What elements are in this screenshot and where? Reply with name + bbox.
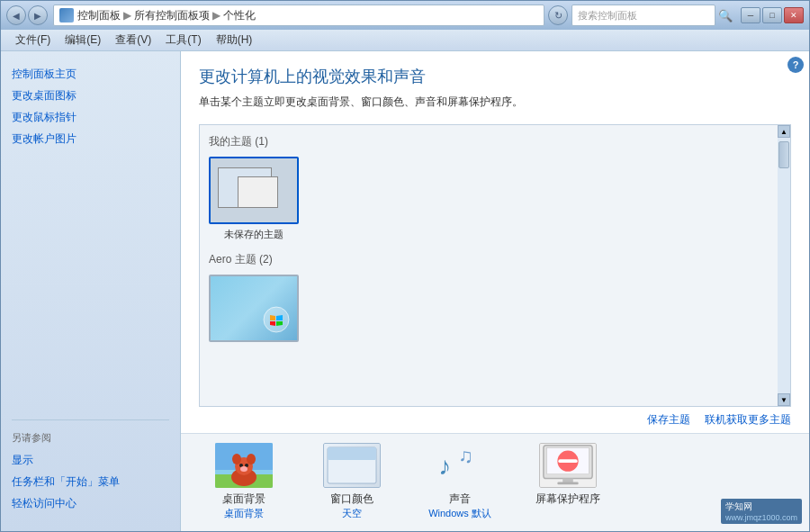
forward-button[interactable]: ▶	[28, 5, 48, 25]
menubar: 文件(F) 编辑(E) 查看(V) 工具(T) 帮助(H)	[1, 30, 809, 51]
watermark-line1: 学知网	[725, 500, 797, 513]
nav-buttons: ◀ ▶	[6, 5, 48, 25]
sidebar-item-account-picture[interactable]: 更改帐户图片	[12, 131, 169, 147]
sidebar-item-desktop-icons[interactable]: 更改桌面图标	[12, 87, 169, 104]
menu-view[interactable]: 查看(V)	[108, 31, 158, 50]
sound-label: 声音	[449, 491, 471, 507]
address-part-3: 个性化	[223, 8, 256, 23]
unsaved-theme-name: 未保存的主题	[224, 228, 284, 241]
thumb-window-2	[238, 176, 278, 208]
online-themes-link[interactable]: 联机获取更多主题	[705, 412, 791, 428]
save-theme-link[interactable]: 保存主题	[647, 412, 690, 428]
sound-preview: ♪ ♫	[431, 443, 489, 488]
theme-scroll-inner: 我的主题 (1) 未保存的主题	[200, 125, 790, 406]
menu-tools[interactable]: 工具(T)	[158, 31, 208, 50]
theme-actions: 保存主题 联机获取更多主题	[181, 407, 809, 433]
desktop-bg-sublabel: 桌面背景	[224, 507, 264, 520]
main-content: 控制面板主页 更改桌面图标 更改鼠标指针 更改帐户图片 另请参阅 显示 任务栏和…	[1, 51, 809, 531]
maximize-button[interactable]: □	[762, 7, 782, 23]
minimize-button[interactable]: ─	[741, 7, 760, 23]
help-button[interactable]: ?	[788, 57, 804, 73]
window-color-svg	[324, 444, 380, 487]
sound-svg: ♪ ♫	[431, 443, 489, 488]
scroll-up-arrow[interactable]: ▲	[778, 125, 790, 138]
menu-edit[interactable]: 编辑(E)	[58, 31, 108, 50]
window-controls: ─ □ ✕	[741, 7, 804, 23]
customize-row: 桌面背景 桌面背景	[181, 433, 809, 531]
sidebar: 控制面板主页 更改桌面图标 更改鼠标指针 更改帐户图片 另请参阅 显示 任务栏和…	[1, 51, 181, 531]
sidebar-item-home[interactable]: 控制面板主页	[12, 66, 169, 82]
svg-text:♫: ♫	[458, 445, 473, 467]
also-see-title: 另请参阅	[12, 419, 169, 445]
content-description: 单击某个主题立即更改桌面背景、窗口颜色、声音和屏幕保护程序。	[199, 95, 791, 110]
sidebar-item-display[interactable]: 显示	[12, 452, 169, 468]
close-button[interactable]: ✕	[784, 7, 804, 23]
window-color-label: 窗口颜色	[330, 491, 374, 507]
my-theme-label: 我的主题 (1)	[209, 134, 781, 149]
back-button[interactable]: ◀	[6, 5, 26, 25]
search-icon[interactable]: 🔍	[716, 5, 735, 25]
watermark-line2: www.jmqz1000.com	[725, 513, 797, 522]
search-placeholder: 搜索控制面板	[578, 9, 637, 23]
cat-icon	[215, 443, 273, 488]
customize-screensaver[interactable]: 屏幕保护程序	[523, 443, 613, 520]
svg-text:♪: ♪	[438, 452, 451, 480]
content-area: ? 更改计算机上的视觉效果和声音 单击某个主题立即更改桌面背景、窗口颜色、声音和…	[181, 51, 809, 531]
svg-rect-13	[328, 447, 376, 460]
desktop-bg-icon	[215, 443, 273, 488]
window-color-sublabel: 天空	[342, 507, 362, 520]
sidebar-item-taskbar[interactable]: 任务栏和「开始」菜单	[12, 473, 169, 490]
my-theme-grid: 未保存的主题	[209, 157, 781, 241]
svg-point-10	[240, 466, 248, 472]
customize-sound[interactable]: ♪ ♫ 声音 Windows 默认	[415, 443, 505, 520]
theme-scroll-area[interactable]: 我的主题 (1) 未保存的主题	[199, 124, 791, 407]
screensaver-label: 屏幕保护程序	[536, 491, 600, 507]
aero-theme-grid	[209, 275, 781, 342]
sidebar-item-accessibility[interactable]: 轻松访问中心	[12, 495, 169, 511]
refresh-button[interactable]: ↻	[548, 5, 568, 25]
scroll-thumb[interactable]	[778, 141, 789, 168]
address-bar[interactable]: 控制面板 ▶ 所有控制面板项 ▶ 个性化	[53, 5, 544, 26]
svg-point-7	[247, 454, 256, 464]
customize-desktop-bg[interactable]: 桌面背景 桌面背景	[199, 443, 289, 520]
address-part-1: 控制面板	[77, 8, 121, 23]
menu-help[interactable]: 帮助(H)	[209, 31, 260, 50]
watermark: 学知网 www.jmqz1000.com	[721, 499, 802, 524]
theme-scrollbar[interactable]: ▲ ▼	[778, 125, 790, 406]
search-bar[interactable]: 搜索控制面板	[572, 5, 716, 26]
window-color-icon	[323, 443, 381, 488]
menu-file[interactable]: 文件(F)	[8, 31, 58, 50]
scroll-track[interactable]	[778, 138, 790, 393]
titlebar: ◀ ▶ 控制面板 ▶ 所有控制面板项 ▶ 个性化 ↻ 搜索控制面板 🔍 ─ □ …	[1, 1, 809, 30]
address-part-2: 所有控制面板项	[134, 8, 210, 23]
sidebar-item-mouse-pointer[interactable]: 更改鼠标指针	[12, 109, 169, 125]
customize-window-color[interactable]: 窗口颜色 天空	[307, 443, 397, 520]
sound-icon: ♪ ♫	[431, 443, 489, 488]
svg-rect-19	[558, 459, 577, 463]
screensaver-preview	[539, 443, 597, 488]
aero-theme-thumbnail	[209, 275, 299, 342]
unsaved-thumb-bg	[211, 158, 297, 222]
desktop-bg-label: 桌面背景	[222, 491, 266, 507]
screensaver-icon	[539, 443, 597, 488]
address-icon	[59, 8, 74, 23]
content-title: 更改计算机上的视觉效果和声音	[199, 66, 791, 87]
theme-item-aero[interactable]	[209, 275, 299, 342]
scroll-down-arrow[interactable]: ▼	[778, 393, 790, 406]
theme-item-unsaved[interactable]: 未保存的主题	[209, 157, 299, 241]
window-color-preview	[323, 443, 381, 488]
windows-logo-icon	[263, 306, 290, 333]
svg-rect-21	[557, 482, 578, 484]
unsaved-theme-thumbnail	[209, 157, 299, 224]
desktop-bg-preview	[215, 443, 273, 488]
address-sep-2: ▶	[212, 9, 220, 22]
address-sep-1: ▶	[123, 9, 131, 22]
sound-sublabel: Windows 默认	[428, 507, 491, 520]
aero-thumb-bg	[211, 276, 297, 340]
screensaver-svg	[540, 443, 596, 488]
svg-point-6	[232, 454, 241, 464]
main-window: ◀ ▶ 控制面板 ▶ 所有控制面板项 ▶ 个性化 ↻ 搜索控制面板 🔍 ─ □ …	[0, 0, 810, 532]
content-header: 更改计算机上的视觉效果和声音 单击某个主题立即更改桌面背景、窗口颜色、声音和屏幕…	[181, 51, 809, 124]
aero-theme-label: Aero 主题 (2)	[209, 252, 781, 267]
